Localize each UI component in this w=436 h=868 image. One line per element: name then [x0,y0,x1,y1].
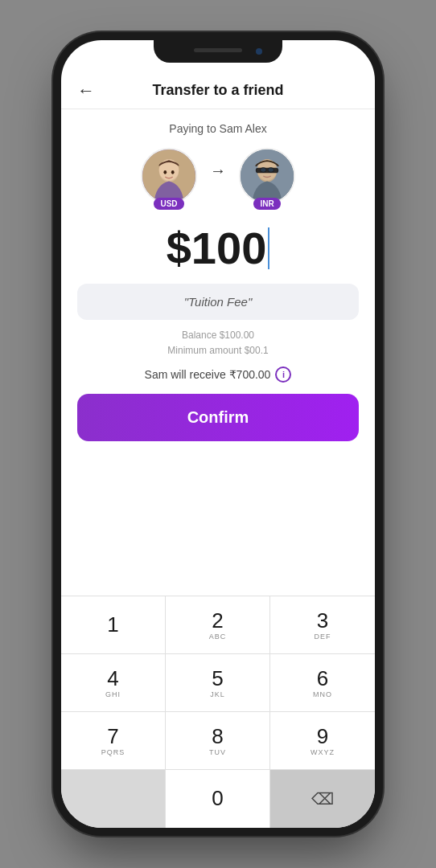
key-5-number: 5 [212,668,223,689]
speaker [194,48,242,52]
key-6[interactable]: 6 MNO [270,654,375,712]
amount-symbol: $ [167,226,191,271]
key-backspace[interactable]: ⌫ [270,770,375,828]
key-9[interactable]: 9 WXYZ [270,712,375,770]
key-0-number: 0 [212,788,223,809]
svg-point-9 [261,168,267,173]
key-3-number: 3 [317,610,328,631]
amount-cursor [268,227,269,269]
key-8-number: 8 [212,726,223,747]
phone-frame: ← Transfer to a friend Paying to Sam Ale… [61,40,375,828]
sender-avatar-container: USD [141,148,197,210]
backspace-icon: ⌫ [311,789,334,809]
key-1-number: 1 [107,614,118,635]
key-5-letters: JKL [210,690,225,698]
balance-info: Balance $100.00 Minimum amount $00.1 [167,328,268,358]
key-2-number: 2 [212,610,223,631]
svg-rect-8 [256,168,278,174]
arrow-icon: → [210,162,226,180]
key-0[interactable]: 0 [166,770,270,828]
key-1[interactable]: 1 [61,596,166,654]
paying-to-label: Paying to Sam Alex [169,122,266,135]
svg-point-10 [268,168,274,173]
receive-text: Sam will receive ₹700.00 [145,368,271,381]
key-9-letters: WXYZ [311,748,335,756]
screen-content: ← Transfer to a friend Paying to Sam Ale… [61,40,375,828]
back-button[interactable]: ← [77,80,95,101]
avatars-row: USD → [141,148,295,210]
balance-line1: Balance $100.00 [167,328,268,343]
body-content: Paying to Sam Alex [61,109,375,596]
key-7[interactable]: 7 PQRS [61,712,166,770]
sender-avatar [141,148,197,204]
key-9-number: 9 [317,726,328,747]
receive-row: Sam will receive ₹700.00 i [145,366,292,383]
page-title: Transfer to a friend [152,82,283,99]
confirm-button[interactable]: Confirm [77,394,359,441]
key-7-number: 7 [107,726,118,747]
key-6-letters: MNO [313,690,332,698]
key-5[interactable]: 5 JKL [166,654,270,712]
key-2-letters: ABC [209,633,227,641]
keypad: 1 2 ABC 3 DEF 4 GHI 5 JKL 6 MNO [61,596,375,828]
svg-point-3 [163,170,167,174]
key-8-letters: TUV [209,748,226,756]
key-3[interactable]: 3 DEF [270,596,375,654]
note-field[interactable]: "Tuition Fee" [77,284,359,320]
key-3-letters: DEF [315,633,331,641]
camera [256,48,262,55]
key-8[interactable]: 8 TUV [166,712,270,770]
balance-line2: Minimum amount $00.1 [167,343,268,358]
svg-point-4 [171,170,175,174]
key-empty [61,770,166,828]
receiver-avatar [239,148,295,204]
receiver-currency-badge: INR [253,198,280,210]
key-7-letters: PQRS [101,748,125,756]
key-6-number: 6 [317,668,328,689]
key-4-number: 4 [107,668,118,689]
amount-value: 100 [191,226,266,271]
info-icon[interactable]: i [275,366,291,383]
sender-currency-badge: USD [154,198,183,210]
notch [154,40,282,63]
key-4[interactable]: 4 GHI [61,654,166,712]
key-2[interactable]: 2 ABC [166,596,270,654]
header: ← Transfer to a friend [61,72,375,108]
amount-display: $ 100 [167,226,270,271]
receiver-avatar-container: INR [239,148,295,210]
key-4-letters: GHI [105,690,121,698]
